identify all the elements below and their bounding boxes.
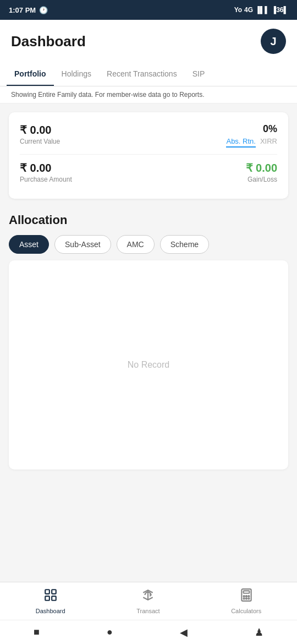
current-value-block: ₹ 0.00 Current Value — [20, 123, 60, 145]
chart-area: No Record — [9, 260, 288, 470]
clock-icon: 🕐 — [39, 6, 48, 14]
sys-nav-square[interactable]: ■ — [34, 626, 40, 638]
card-divider — [20, 154, 277, 155]
chip-sub-asset[interactable]: Sub-Asset — [54, 235, 111, 254]
info-bar: Showing Entire Family data. For member-w… — [0, 86, 297, 103]
calculators-icon — [239, 588, 254, 605]
nav-calculators-label: Calculators — [231, 608, 261, 614]
current-value: ₹ 0.00 — [20, 123, 60, 137]
nav-dashboard-label: Dashboard — [36, 608, 65, 614]
status-bar: 1:07 PM 🕐 Yo 4G ▐▌▌ ▐36▌ — [0, 0, 297, 20]
nav-dashboard[interactable]: Dashboard — [36, 588, 65, 614]
system-nav: ■ ● ◀ ♟ — [0, 620, 297, 644]
gain-loss-label: Gain/Loss — [246, 176, 277, 183]
svg-rect-1 — [52, 590, 56, 594]
return-block: 0% Abs. Rtn. XIRR — [226, 123, 277, 148]
abs-return-tab[interactable]: Abs. Rtn. — [226, 137, 255, 148]
filter-chips: Asset Sub-Asset AMC Scheme — [9, 235, 288, 254]
tab-portfolio[interactable]: Portfolio — [7, 63, 54, 86]
chip-scheme[interactable]: Scheme — [160, 235, 209, 254]
gain-loss-block: ₹ 0.00 Gain/Loss — [246, 161, 277, 183]
purchase-amount-block: ₹ 0.00 Purchase Amount — [20, 161, 72, 183]
svg-point-10 — [246, 598, 247, 599]
nav-calculators[interactable]: Calculators — [231, 588, 261, 614]
tab-holdings[interactable]: Holdings — [54, 63, 99, 86]
tab-recent-transactions[interactable]: Recent Transactions — [99, 63, 185, 86]
svg-point-11 — [248, 598, 249, 599]
nav-transact[interactable]: Transact — [136, 588, 160, 614]
return-type-tabs: Abs. Rtn. XIRR — [226, 137, 277, 148]
svg-point-9 — [243, 598, 244, 599]
header: Dashboard J — [0, 20, 297, 63]
xirr-tab[interactable]: XIRR — [260, 137, 277, 148]
sys-nav-back[interactable]: ◀ — [180, 626, 188, 638]
allocation-section: Allocation Asset Sub-Asset AMC Scheme — [0, 208, 297, 254]
return-percent: 0% — [263, 123, 277, 135]
page-title: Dashboard — [11, 33, 86, 50]
transact-icon — [141, 588, 155, 605]
sys-nav-accessibility[interactable]: ♟ — [255, 626, 263, 638]
bottom-nav: Dashboard Transact Calculators — [0, 582, 297, 620]
svg-point-6 — [243, 596, 244, 597]
avatar[interactable]: J — [261, 29, 286, 54]
current-value-label: Current Value — [20, 138, 60, 145]
portfolio-bottom-row: ₹ 0.00 Purchase Amount ₹ 0.00 Gain/Loss — [20, 161, 277, 183]
network-type: 4G — [244, 6, 253, 14]
tab-sip[interactable]: SIP — [185, 63, 213, 86]
info-text: Showing Entire Family data. For member-w… — [11, 91, 204, 99]
portfolio-top-row: ₹ 0.00 Current Value 0% Abs. Rtn. XIRR — [20, 123, 277, 148]
svg-rect-5 — [243, 591, 249, 593]
nav-transact-label: Transact — [136, 608, 160, 614]
purchase-amount-label: Purchase Amount — [20, 176, 72, 183]
svg-rect-3 — [52, 596, 56, 601]
dashboard-icon — [43, 588, 58, 605]
gain-loss-value: ₹ 0.00 — [246, 161, 277, 174]
no-record-text: No Record — [128, 360, 169, 370]
battery-icon: ▐36▌ — [272, 6, 288, 14]
purchase-amount: ₹ 0.00 — [20, 161, 72, 174]
status-time: 1:07 PM — [9, 6, 36, 14]
chip-amc[interactable]: AMC — [117, 235, 155, 254]
svg-rect-0 — [45, 590, 50, 594]
status-left: 1:07 PM 🕐 — [9, 6, 48, 14]
status-right: Yo 4G ▐▌▌ ▐36▌ — [234, 6, 288, 14]
chip-asset[interactable]: Asset — [9, 235, 49, 254]
sys-nav-circle[interactable]: ● — [107, 626, 113, 638]
main-content: Showing Entire Family data. For member-w… — [0, 86, 297, 644]
portfolio-card: ₹ 0.00 Current Value 0% Abs. Rtn. XIRR ₹… — [9, 112, 288, 199]
network-label: Yo — [234, 6, 242, 14]
tab-bar: Portfolio Holdings Recent Transactions S… — [0, 63, 297, 86]
svg-point-7 — [246, 596, 247, 597]
allocation-title: Allocation — [9, 213, 288, 227]
svg-point-8 — [248, 596, 249, 597]
signal-icon: ▐▌▌ — [255, 6, 270, 14]
svg-rect-2 — [45, 596, 50, 601]
